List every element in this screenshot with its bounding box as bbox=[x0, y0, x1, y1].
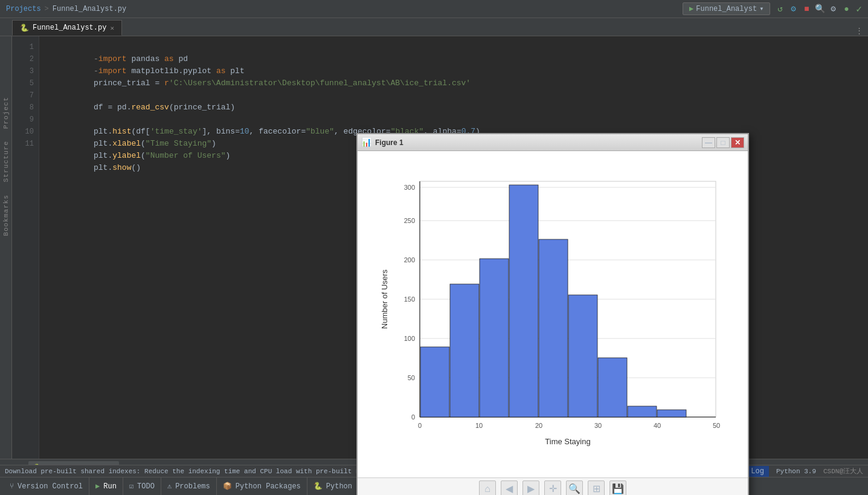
histogram-chart: 0 50 100 150 200 250 300 bbox=[378, 169, 728, 459]
bottom-tab-label-problems: Problems bbox=[175, 482, 210, 491]
adjust-tool-button[interactable]: ⊞ bbox=[588, 480, 605, 496]
svg-rect-23 bbox=[598, 358, 627, 417]
line-numbers: 1 2 3 5 7 8 9 10 11 bbox=[12, 36, 39, 459]
bottom-tab-label-run: Run bbox=[103, 482, 117, 491]
top-bar-right: ▶ Funnel_Analyst ▾ ↺ ⚙ ■ 🔍 ⚙ ● ✓ bbox=[683, 2, 862, 15]
todo-icon: ☑ bbox=[129, 482, 133, 491]
avatar-icon[interactable]: ● bbox=[841, 4, 851, 14]
figure-toolbar: ⌂ ◀ ▶ ✛ 🔍 ⊞ 💾 bbox=[358, 477, 748, 495]
code-line-5: df = pd.read_csv(prince_trial) bbox=[47, 89, 861, 102]
svg-text:0: 0 bbox=[411, 413, 415, 421]
svg-text:10: 10 bbox=[475, 422, 483, 429]
svg-text:40: 40 bbox=[654, 422, 661, 429]
problems-icon: ⚠ bbox=[167, 482, 172, 491]
csdn-logo: CSDN@汪大人 bbox=[823, 467, 863, 476]
svg-rect-18 bbox=[450, 284, 479, 417]
svg-text:50: 50 bbox=[408, 374, 415, 381]
zoom-tool-button[interactable]: 🔍 bbox=[566, 480, 583, 496]
check-icon: ✓ bbox=[856, 3, 862, 15]
run-config-label: Funnel_Analyst bbox=[696, 5, 757, 13]
figure-maximize-button[interactable]: □ bbox=[716, 137, 730, 148]
forward-tool-button[interactable]: ▶ bbox=[522, 480, 539, 496]
figure-content: 0 50 100 150 200 250 300 bbox=[358, 151, 748, 477]
build-icon[interactable]: ⚙ bbox=[788, 4, 798, 14]
left-sidebar: Project Structure Bookmarks bbox=[0, 36, 12, 459]
svg-text:250: 250 bbox=[404, 217, 415, 224]
svg-rect-24 bbox=[628, 406, 657, 417]
svg-rect-25 bbox=[657, 410, 686, 417]
zoom-pan-tool-button[interactable]: ✛ bbox=[544, 480, 561, 496]
svg-text:0: 0 bbox=[418, 422, 422, 429]
run-icon: ▶ bbox=[95, 482, 100, 491]
svg-rect-20 bbox=[509, 185, 538, 417]
tab-close-button[interactable]: ✕ bbox=[110, 24, 114, 32]
code-line-7: plt.hist(df['time_stay'], bins=10, facec… bbox=[47, 114, 861, 126]
vcs-icon: ⑂ bbox=[10, 482, 14, 491]
figure-title-left: 📊 Figure 1 bbox=[361, 137, 403, 147]
tab-icon: 🐍 bbox=[20, 24, 29, 33]
tab-funnel-analyst[interactable]: 🐍 Funnel_Analyst.py ✕ bbox=[12, 20, 122, 36]
search-icon[interactable]: 🔍 bbox=[815, 4, 825, 14]
bottom-tab-python-packages[interactable]: 📦 Python Packages bbox=[217, 477, 307, 496]
top-icons: ↺ ⚙ ■ 🔍 ⚙ ● bbox=[775, 4, 851, 14]
sidebar-label-structure[interactable]: Structure bbox=[2, 141, 10, 182]
tab-bar: 🐍 Funnel_Analyst.py ✕ ⋮ bbox=[0, 18, 868, 36]
run-config-icon: ▶ bbox=[689, 4, 693, 13]
bottom-tab-todo[interactable]: ☑ TODO bbox=[123, 477, 161, 496]
bottom-tab-label-vc: Version Control bbox=[18, 482, 83, 491]
svg-rect-19 bbox=[480, 259, 509, 417]
figure-controls: — □ ✕ bbox=[702, 137, 744, 148]
settings-icon[interactable]: ⚙ bbox=[828, 4, 838, 14]
breadcrumb-file: Funnel_Analyst.py bbox=[53, 5, 126, 13]
figure-title-text: Figure 1 bbox=[375, 138, 403, 147]
svg-text:50: 50 bbox=[713, 422, 720, 429]
bottom-tab-label-packages: Python Packages bbox=[236, 482, 301, 491]
refresh-icon[interactable]: ↺ bbox=[775, 4, 785, 14]
figure-title-bar: 📊 Figure 1 — □ ✕ bbox=[358, 134, 748, 151]
figure-window: 📊 Figure 1 — □ ✕ 0 50 100 150 bbox=[356, 133, 749, 495]
figure-minimize-button[interactable]: — bbox=[702, 137, 715, 148]
home-tool-button[interactable]: ⌂ bbox=[479, 480, 496, 496]
top-bar: Projects > Funnel_Analyst.py ▶ Funnel_An… bbox=[0, 0, 868, 18]
python-version[interactable]: Python 3.9 bbox=[776, 468, 816, 475]
back-tool-button[interactable]: ◀ bbox=[501, 480, 518, 496]
breadcrumb-sep: > bbox=[45, 5, 49, 13]
svg-text:150: 150 bbox=[404, 296, 415, 303]
svg-text:Number of Users: Number of Users bbox=[380, 269, 389, 329]
svg-text:Time Staying: Time Staying bbox=[545, 437, 590, 446]
bottom-tab-label-todo: TODO bbox=[137, 482, 155, 491]
bottom-tab-version-control[interactable]: ⑂ Version Control bbox=[4, 477, 89, 496]
svg-rect-21 bbox=[539, 239, 568, 417]
svg-text:30: 30 bbox=[594, 422, 602, 429]
stop-icon[interactable]: ■ bbox=[802, 4, 811, 14]
breadcrumb-projects[interactable]: Projects bbox=[6, 5, 41, 13]
svg-rect-17 bbox=[420, 347, 449, 417]
sidebar-label-bookmarks[interactable]: Bookmarks bbox=[2, 195, 10, 236]
figure-close-button[interactable]: ✕ bbox=[731, 137, 744, 148]
bottom-tab-run[interactable]: ▶ Run bbox=[89, 477, 123, 496]
svg-text:200: 200 bbox=[404, 256, 415, 264]
svg-text:20: 20 bbox=[535, 422, 542, 429]
breadcrumb-area: Projects > Funnel_Analyst.py bbox=[6, 5, 126, 13]
sidebar-label-project[interactable]: Project bbox=[2, 97, 10, 129]
svg-rect-22 bbox=[568, 295, 597, 417]
code-line-1: -import pandas as pd bbox=[47, 41, 861, 53]
packages-icon: 📦 bbox=[223, 482, 232, 491]
svg-text:300: 300 bbox=[404, 184, 415, 191]
figure-app-icon: 📊 bbox=[361, 137, 371, 147]
console-icon: 🐍 bbox=[313, 482, 323, 491]
svg-text:100: 100 bbox=[404, 335, 415, 342]
tab-label: Funnel_Analyst.py bbox=[33, 24, 106, 32]
run-config-dropdown[interactable]: ▾ bbox=[759, 4, 764, 13]
tab-overflow-icon[interactable]: ⋮ bbox=[855, 26, 863, 36]
run-config-button[interactable]: ▶ Funnel_Analyst ▾ bbox=[683, 2, 770, 15]
bottom-tab-problems[interactable]: ⚠ Problems bbox=[161, 477, 217, 496]
save-tool-button[interactable]: 💾 bbox=[609, 480, 626, 496]
